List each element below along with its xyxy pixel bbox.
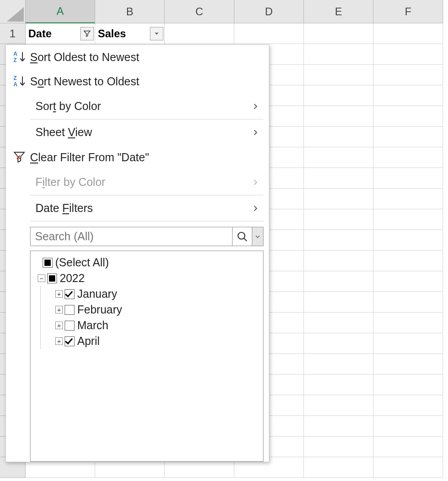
blank-cell[interactable] [373,127,443,147]
tree-year-2022[interactable]: − 2022 [33,270,260,286]
column-header-E[interactable]: E [304,0,373,23]
column-header-D[interactable]: D [234,0,304,23]
filter-button-B[interactable] [150,27,163,40]
sort-newest-to-oldest[interactable]: Z A Sort Newest to Oldest [6,69,269,93]
date-filters-label: Date Filters [35,202,252,215]
row-header-1[interactable]: 1 [0,23,26,44]
blank-cell[interactable] [373,251,443,271]
tree-select-all[interactable]: (Select All) [33,255,260,270]
blank-cell[interactable] [373,375,443,395]
expand-month-icon[interactable]: + [55,290,63,298]
blank-cell[interactable] [304,395,373,416]
blank-cell[interactable] [373,230,443,251]
filter-by-color: Filter by Color [30,169,264,195]
column-header-C[interactable]: C [165,0,234,23]
blank-cell[interactable] [304,189,373,209]
tree-month[interactable]: +March [41,318,260,333]
cell-F1[interactable] [373,23,443,44]
header-label-date: Date [28,27,52,40]
column-header-A[interactable]: A [26,0,95,23]
tree-months: +January+February+March+April [40,286,260,349]
filter-search [30,227,264,246]
tree-year-label: 2022 [60,272,85,285]
sort-desc-icon: Z A [9,74,30,88]
blank-cell[interactable] [373,354,443,375]
checkbox-month[interactable] [65,336,75,346]
blank-cell[interactable] [304,375,373,395]
blank-cell[interactable] [304,313,373,333]
blank-cell[interactable] [373,313,443,333]
tree-month[interactable]: +February [41,302,260,318]
blank-cell[interactable] [373,395,443,416]
column-header-B[interactable]: B [95,0,165,23]
blank-cell[interactable] [373,65,443,85]
blank-cell[interactable] [373,209,443,230]
blank-cell[interactable] [304,147,373,168]
date-filters[interactable]: Date Filters [30,195,264,221]
checkbox-month[interactable] [65,321,75,331]
chevron-right-icon [252,202,259,215]
funnel-active-icon [83,30,91,38]
sheet-view[interactable]: Sheet View [30,119,264,145]
blank-cell[interactable] [304,416,373,437]
blank-cell[interactable] [373,168,443,189]
tree-month-label: April [77,335,100,348]
sort-oldest-to-newest[interactable]: A Z Sort Oldest to Newest [6,45,269,69]
sheet-view-label: Sheet View [35,126,252,139]
cell-B1[interactable]: Sales [95,23,165,44]
blank-cell[interactable] [373,416,443,437]
blank-cell[interactable] [373,333,443,354]
blank-cell[interactable] [304,168,373,189]
blank-cell[interactable] [373,44,443,65]
chevron-right-icon [252,126,259,139]
svg-text:A: A [13,51,18,57]
blank-cell[interactable] [304,127,373,147]
blank-cell[interactable] [304,333,373,354]
blank-cell[interactable] [373,437,443,457]
blank-cell[interactable] [373,189,443,209]
blank-cell[interactable] [304,106,373,127]
blank-cell[interactable] [304,271,373,292]
checkbox-month[interactable] [65,305,75,315]
select-all-corner[interactable] [0,0,26,23]
blank-cell[interactable] [304,85,373,106]
filter-search-input[interactable] [30,227,232,246]
blank-cell[interactable] [304,457,373,478]
checkbox-year-2022[interactable] [47,274,57,283]
expand-month-icon[interactable]: + [55,337,63,345]
tree-month[interactable]: +January [41,286,260,302]
expand-month-icon[interactable]: + [55,322,63,329]
cell-C1[interactable] [165,23,234,44]
blank-cell[interactable] [373,106,443,127]
expand-month-icon[interactable]: + [55,306,63,313]
blank-cell[interactable] [304,230,373,251]
blank-cell[interactable] [304,209,373,230]
blank-cell[interactable] [304,354,373,375]
filter-button-A[interactable] [80,27,94,40]
cell-A1[interactable]: Date [26,23,95,44]
checkbox-month[interactable] [65,289,75,299]
sort-by-color[interactable]: Sort by Color [30,93,264,119]
collapse-year-icon[interactable]: − [38,274,45,282]
blank-cell[interactable] [373,457,443,478]
filter-search-button[interactable] [232,227,252,246]
blank-cell[interactable] [373,292,443,313]
clear-filter[interactable]: Clear Filter From "Date" [6,145,269,169]
filter-search-mode-toggle[interactable] [252,227,264,246]
blank-cell[interactable] [304,437,373,457]
cell-D1[interactable] [234,23,304,44]
blank-cell[interactable] [373,271,443,292]
blank-cell[interactable] [304,65,373,85]
blank-cell[interactable] [304,251,373,271]
tree-month[interactable]: +April [41,333,260,349]
blank-cell[interactable] [304,292,373,313]
blank-cell[interactable] [373,85,443,106]
cell-E1[interactable] [304,23,373,44]
chevron-right-icon [252,176,259,189]
svg-text:Z: Z [13,75,17,81]
column-header-F[interactable]: F [373,0,443,23]
blank-cell[interactable] [304,44,373,65]
filter-value-tree[interactable]: (Select All) − 2022 +January+February+Ma… [30,251,264,462]
checkbox-select-all[interactable] [43,258,53,268]
blank-cell[interactable] [373,147,443,168]
